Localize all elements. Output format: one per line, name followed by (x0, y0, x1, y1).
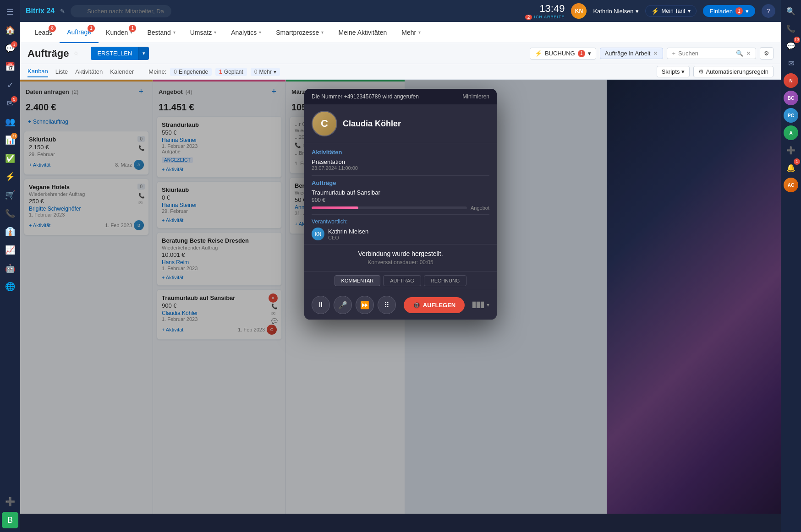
volume-control[interactable]: ▊▊▊ ▾ (472, 302, 489, 308)
sidebar-globe-icon[interactable]: 🌐 (2, 278, 18, 295)
card-traumurlaub[interactable]: ✕ Traumurlaub auf Sansibar 900 € Claudia… (157, 289, 282, 340)
card-skiurlaub-2[interactable]: Skiurlaub 0 € Hanna Steiner 29. Februar … (157, 181, 282, 228)
card2-activity[interactable]: + Aktivität (29, 223, 50, 228)
nav-auftrage[interactable]: Aufträge 1 (60, 22, 99, 43)
eingehende-tag[interactable]: 0 Eingehende (170, 68, 212, 76)
sidebar-add-icon[interactable]: ➕ (2, 494, 18, 510)
col1-schnellauftrag-button[interactable]: + Schnellauftrag (26, 116, 147, 127)
sidebar-email-icon[interactable]: ✉ 5 (2, 95, 18, 112)
sidebar-reports-icon[interactable]: 📈 (2, 242, 18, 258)
card2-person[interactable]: Brigitte Schweighöfer (29, 206, 144, 212)
automatisierung-button[interactable]: ⚙ Automatisierungsregeln (693, 66, 774, 77)
hangup-button[interactable]: 📵 AUFLEGEN (404, 297, 465, 313)
sidebar-chat-icon[interactable]: 💬 1 (2, 40, 18, 57)
user-name-display[interactable]: Kathrin Nielsen ▾ (593, 8, 638, 15)
favorite-star-icon[interactable]: ☆ (73, 50, 79, 57)
einladen-button[interactable]: Einladen 1 ▾ (703, 5, 755, 17)
sidebar-hr-icon[interactable]: 👔 (2, 223, 18, 240)
mehr-tag[interactable]: 0 Mehr ▾ (251, 68, 280, 76)
mic-button[interactable]: 🎤 (334, 296, 352, 314)
geplant-tag[interactable]: 1 Geplant (215, 68, 247, 76)
tab-rechnung[interactable]: RECHNUNG (424, 275, 467, 286)
nav-umsatz[interactable]: Umsatz ▾ (183, 22, 224, 43)
subnav-liste[interactable]: Liste (55, 66, 68, 77)
card-brd-type: Wiederkehrender Auftrag (162, 245, 277, 250)
card-vegane-hotels[interactable]: 0 Vegane Hotels Wiederkehrender Auftrag … (24, 179, 149, 235)
card-strand-person[interactable]: Hanna Steiner (162, 137, 277, 143)
subnav-kanban[interactable]: Kanban (27, 66, 48, 77)
forward-button[interactable]: ⏩ (356, 296, 374, 314)
rs-avatar-1[interactable]: N (784, 73, 798, 88)
nav-aktivitaten[interactable]: Meine Aktivitäten (331, 22, 394, 43)
sidebar-tasks2-icon[interactable]: ✅ (2, 150, 18, 167)
sidebar-calendar-icon[interactable]: 📅 (2, 59, 18, 75)
sidebar-market-icon[interactable]: 🛒 (2, 187, 18, 203)
card-brd-activity[interactable]: + Aktivität (162, 275, 183, 280)
rs-avatar-3[interactable]: PC (784, 108, 798, 123)
card-ski2-activity[interactable]: + Aktivität (162, 217, 183, 223)
help-button[interactable]: ? (762, 4, 775, 18)
app-logo[interactable]: Bitrix 24 (26, 7, 55, 15)
card-brd-person[interactable]: Hans Reim (162, 259, 277, 266)
user-avatar[interactable]: KN (571, 3, 587, 19)
card-ski2-person[interactable]: Hanna Steiner (162, 202, 277, 208)
pause-button[interactable]: ⏸ (312, 296, 330, 314)
nav-kunden[interactable]: Kunden 1 ▾ (99, 22, 140, 43)
sidebar-contacts-icon[interactable]: 👥 (2, 114, 18, 130)
sidebar-tasks-icon[interactable]: ✓ (2, 77, 18, 93)
col2-add-button[interactable]: + (268, 86, 280, 98)
create-button[interactable]: ERSTELLEN (91, 47, 138, 60)
card-skiurlaub-1[interactable]: 0 Skiurlaub 2.150 € 29. Februar + Aktivi… (24, 131, 149, 175)
tarif-button[interactable]: ⚡ Mein Tarif ▾ (645, 5, 697, 17)
sidebar-home-icon[interactable]: 🏠 (2, 22, 18, 38)
card-beratung-dresden[interactable]: Beratung Beste Reise Dresden Wiederkehre… (157, 232, 282, 286)
filter-clear-icon[interactable]: ✕ (746, 50, 751, 57)
work-status: ICH ARBEITE (534, 15, 565, 19)
skripts-button[interactable]: Skripts ▾ (657, 66, 690, 77)
filter-search-input[interactable] (678, 50, 733, 57)
rs-avatar-5[interactable]: AC (784, 178, 798, 192)
keypad-button[interactable]: ⠿ (378, 296, 396, 314)
card-trauma-activity[interactable]: + Aktivität (162, 327, 183, 332)
tab-kommentar[interactable]: KOMMENTAR (335, 275, 381, 286)
card1-activity[interactable]: + Aktivität (29, 162, 50, 168)
subnav-aktivitaten[interactable]: Aktivitäten (75, 66, 103, 77)
topbar-search-input[interactable] (71, 5, 171, 17)
nav-bestand[interactable]: Bestand ▾ (140, 22, 182, 43)
nav-leads[interactable]: Leads 8 (27, 22, 60, 43)
sidebar-phone-icon[interactable]: 📞 (2, 205, 18, 222)
rs-phone-icon[interactable]: 📞 (784, 21, 798, 36)
card-strand-amount: 550 € (162, 129, 277, 136)
view-settings-button[interactable]: ⚙ (760, 47, 774, 60)
rs-avatar-2[interactable]: BC (784, 91, 798, 105)
subnav-right: Skripts ▾ ⚙ Automatisierungsregeln (657, 66, 774, 77)
sidebar-crm-icon[interactable]: 📊 31 (2, 132, 18, 148)
create-dropdown-button[interactable]: ▾ (138, 47, 149, 60)
filter-tag-close-icon[interactable]: ✕ (653, 50, 658, 57)
subnav-kalender[interactable]: Kalender (110, 66, 134, 77)
nav-smartprozesse[interactable]: Smartprozesse ▾ (269, 22, 331, 43)
sidebar-workflow-icon[interactable]: ⚡ (2, 168, 18, 185)
rs-add-icon[interactable]: ➕ (784, 143, 798, 157)
rs-avatar-4[interactable]: A (784, 125, 798, 140)
rs-chat-icon[interactable]: 💬 13 (784, 38, 798, 53)
tab-auftrag[interactable]: AUFTRAG (383, 275, 421, 286)
rs-email-icon[interactable]: ✉ (784, 56, 798, 71)
call-info-area: Aktivitäten Präsentation 23.07.2024 11:0… (304, 143, 497, 244)
minimize-button[interactable]: Minimieren (462, 93, 489, 100)
filter-buchung-button[interactable]: ⚡ BUCHUNG 1 ▾ (530, 48, 596, 60)
col1-count: (2) (72, 89, 79, 95)
sidebar-menu-icon[interactable]: ☰ (2, 4, 18, 20)
rs-notification-icon[interactable]: 🔔 1 (784, 160, 798, 175)
nav-mehr[interactable]: Mehr ▾ (394, 22, 428, 43)
col1-add-button[interactable]: + (135, 86, 147, 98)
card-trauma-person[interactable]: Claudia Köhler (162, 310, 277, 316)
col2-cards: Strandurlaub 550 € Hanna Steiner 1. Febr… (153, 116, 285, 514)
rs-search-icon[interactable]: 🔍 (784, 4, 798, 18)
nav-analytics[interactable]: Analytics ▾ (224, 22, 269, 43)
sidebar-active-icon[interactable]: B (2, 512, 18, 528)
card-strandurlaub[interactable]: Strandurlaub 550 € Hanna Steiner 1. Febr… (157, 116, 282, 178)
card-strand-activity[interactable]: + Aktivität (162, 167, 183, 172)
sidebar-automation-icon[interactable]: 🤖 (2, 260, 18, 277)
edit-icon[interactable]: ✎ (60, 8, 65, 15)
